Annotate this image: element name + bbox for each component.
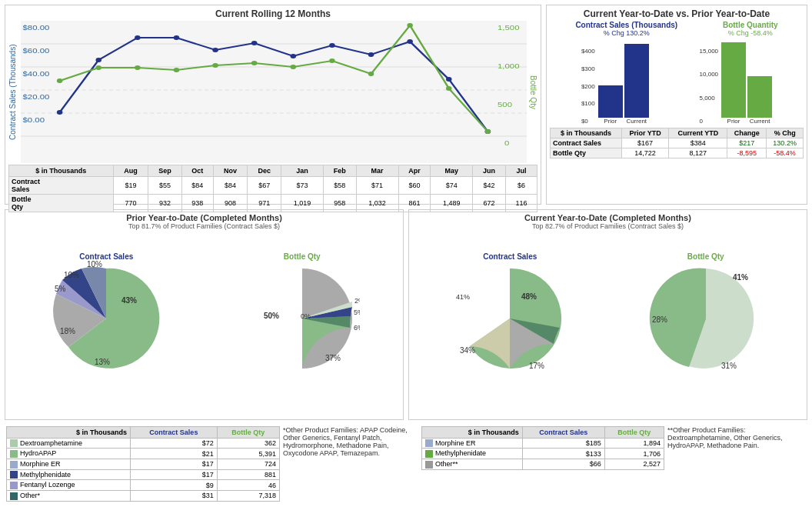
current-ytd-title: Current Year-to-Date (Completed Months) [412,213,804,222]
svg-text:6%: 6% [354,324,360,332]
current-header-thousands: $ in Thousands [422,426,523,438]
current-notes-text: **Other Product Families: Dextroamphetam… [667,426,783,449]
ytd-row-contract: Contract Sales $167 $384 $217 130.2% [551,138,804,148]
rolling-header-sep: Sep [148,165,182,177]
ytd-contract-current-label: Current [626,118,647,125]
svg-text:$80.00: $80.00 [23,24,50,32]
prior-dextro-contract: $72 [131,438,218,449]
svg-point-19 [212,48,218,52]
prior-header-bottle: Bottle Qty [217,426,279,438]
prior-contract-pie-svg: 43% 18% 5% 10% 10% 13% [48,261,164,376]
current-bottle-pie-col: Bottle Qty 41% 28% 31% [648,252,764,378]
current-methyl-color [425,450,433,458]
rolling-header-oct: Oct [181,165,213,177]
prior-fentanyl-bottle: 46 [217,480,279,491]
current-morphine-contract: $185 [522,438,604,449]
svg-text:48%: 48% [521,292,537,301]
ytd-header-thousands: $ in Thousands [551,128,622,138]
ytd-contract-pct: % Chg 130.2% [575,29,677,37]
svg-point-33 [291,65,297,69]
prior-other-contract: $31 [131,490,218,501]
svg-point-37 [446,86,452,91]
prior-row-dextro: Dextroamphetamine $72 362 [7,438,280,449]
prior-morphine-contract: $17 [131,459,218,470]
ytd-contract-current-bar [624,44,649,118]
ytd-summary-table: $ in Thousands Prior YTD Current YTD Cha… [550,128,804,158]
current-methyl-contract: $133 [522,449,604,459]
svg-text:18%: 18% [60,327,75,335]
svg-point-23 [368,52,374,57]
svg-text:5%: 5% [55,285,66,293]
rolling-header-mar: Mar [356,165,398,177]
prior-hydro-label: HydroAPAP [7,449,131,459]
ytd-bottle-current-val: 8,127 [669,148,727,158]
ytd-contract-pct-val: 130.2% [767,138,804,148]
ytd-bottle-pct: % Chg -58.4% [723,29,778,37]
rolling-data-table: $ in Thousands Aug Sep Oct Nov Dec Jan F… [8,165,537,212]
svg-text:$60.00: $60.00 [23,47,50,55]
rolling-label-bottle: BottleQty [9,195,114,212]
prior-row-methyl: Methylphenidate $17 881 [7,469,280,480]
ytd-chart-title: Current Year-to-Date vs. Prior Year-to-D… [550,8,804,19]
svg-text:0%: 0% [301,312,311,320]
rolling-row-contract: ContractSales $19$55$84 $84$67$73 $58$71… [9,177,537,195]
svg-point-21 [291,54,297,58]
current-morphine-bottle: 1,894 [604,438,664,449]
prior-contract-pie-col: Contract Sales [48,252,164,378]
rolling-header-jul: Jul [505,165,537,177]
current-other-contract: $66 [522,459,604,470]
svg-text:10%: 10% [64,271,79,279]
current-header-contract: Contract Sales [522,426,604,438]
svg-text:1,500: 1,500 [498,24,520,32]
rolling-header-aug: Aug [113,165,148,177]
svg-point-38 [485,129,491,134]
prior-hydro-bottle: 5,391 [217,449,279,459]
svg-point-27 [57,78,63,83]
svg-point-17 [135,35,141,40]
current-contract-pie-svg: 48% 34% 17% 41% [452,261,567,376]
current-ytd-subtitle: Top 82.7% of Product Families (Contract … [412,222,804,230]
ytd-header-change: Change [727,128,767,138]
rolling-header-dec: Dec [248,165,281,177]
rolling-header-jun: Jun [473,165,506,177]
rolling-header-jan: Jan [281,165,324,177]
prior-dextro-color [10,439,18,447]
svg-text:37%: 37% [325,354,341,362]
ytd-contract-change-val: $217 [727,138,767,148]
ytd-contract-prior-val: $167 [621,138,668,148]
prior-ytd-title: Prior Year-to-Date (Completed Months) [8,213,400,222]
current-other-color [425,461,433,469]
prior-notes: *Other Product Families: APAP Codeine, O… [281,425,412,522]
rolling-header-nov: Nov [213,165,248,177]
prior-data-table-panel: $ in Thousands Contract Sales Bottle Qty… [5,425,281,522]
prior-morphine-color [10,461,18,469]
ytd-header-pct: % Chg [767,128,804,138]
svg-text:50%: 50% [264,312,279,320]
prior-header-thousands: $ in Thousands [7,426,131,438]
svg-text:0: 0 [504,139,510,147]
svg-text:5%: 5% [354,309,360,316]
prior-dextro-bottle: 362 [217,438,279,449]
svg-text:10%: 10% [87,261,102,269]
ytd-bottle-title: Bottle Quantity [723,21,778,29]
prior-data-table: $ in Thousands Contract Sales Bottle Qty… [6,426,280,502]
svg-point-28 [95,65,102,70]
svg-text:1,000: 1,000 [498,62,520,70]
prior-fentanyl-color [10,482,18,489]
svg-text:28%: 28% [652,315,667,324]
ytd-bottle-pct-val: -58.4% [767,148,804,158]
prior-bottle-pie-svg: 50% 37% 6% 5% 2% 0% [245,261,360,376]
svg-point-18 [174,35,180,40]
prior-methyl-color [10,471,18,479]
svg-text:43%: 43% [121,296,137,305]
prior-header-contract: Contract Sales [131,426,218,438]
svg-point-36 [407,23,413,28]
current-row-other: Other** $66 2,527 [422,459,664,470]
ytd-bottle-change-val: -8,595 [727,148,767,158]
current-data-table-panel: $ in Thousands Contract Sales Bottle Qty… [420,425,666,522]
rolling-label-contract: ContractSales [9,177,114,195]
prior-other-label: Other* [7,490,131,501]
svg-text:500: 500 [498,101,512,108]
prior-row-other: Other* $31 7,318 [7,490,280,501]
ytd-header-prior: Prior YTD [621,128,668,138]
